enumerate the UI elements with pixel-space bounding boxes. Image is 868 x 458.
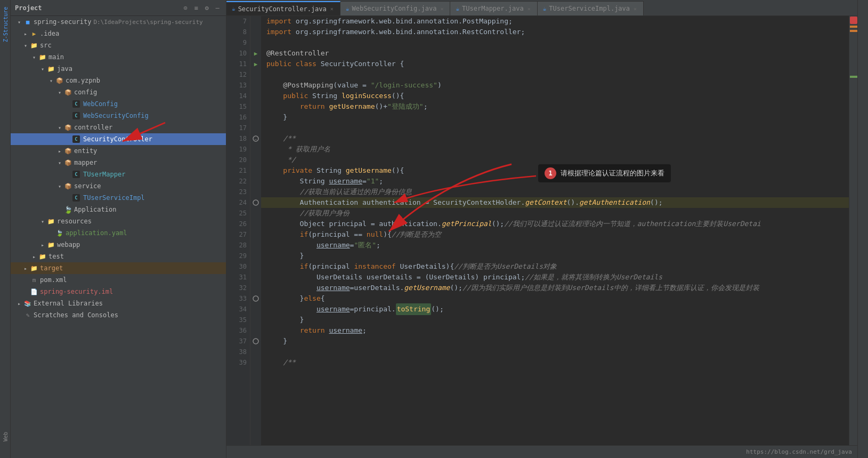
tree-item-src[interactable]: 📁 src [11, 39, 226, 51]
tree-item-com-yzpnb[interactable]: 📦 com.yzpnb [11, 75, 226, 86]
line-num-21: 21 [226, 165, 250, 176]
label-resources: resources [57, 218, 92, 225]
line-num-12: 12 [226, 69, 250, 80]
tab-close-websecurity-config[interactable]: ✕ [439, 5, 444, 12]
line-num-38: 38 [226, 347, 250, 357]
arrow-spring-security-iml [21, 287, 30, 296]
tree-item-tuser-service-impl[interactable]: C TUserServiceImpl [11, 192, 226, 204]
tree-item-pom-xml[interactable]: m pom.xml [11, 274, 226, 286]
java-icon-tuser-mapper: C [72, 171, 80, 178]
gutter-icon-19 [250, 144, 261, 155]
locate-icon[interactable]: ⊙ [181, 4, 190, 12]
tree-item-tuser-mapper[interactable]: C TUserMapper [11, 168, 226, 180]
code-line-19: * 获取用户名 [261, 144, 849, 155]
tree-item-application-yaml[interactable]: 🍃 application.yaml [11, 227, 226, 239]
tree-item-service[interactable]: 📦 service [11, 180, 226, 192]
arrow-webapp [38, 240, 47, 249]
tab-label-tuser-mapper: TUserMapper.java [462, 5, 524, 12]
tree-item-mapper[interactable]: 📦 mapper [11, 157, 226, 168]
tree-item-java[interactable]: 📁 java [11, 63, 226, 75]
label-entity: entity [74, 147, 97, 155]
sidebar-web-tab[interactable]: Web [1, 421, 10, 453]
tab-label-websecurity-config: WebSecurityConfig.java [352, 5, 436, 12]
tree-item-application[interactable]: 🍃 Application [11, 204, 226, 215]
tree-item-webapp[interactable]: 📁 webapp [11, 239, 226, 251]
gutter-icon-8 [250, 27, 261, 37]
gutter-icon-17 [250, 123, 261, 133]
line-num-11: 11 [226, 59, 250, 69]
tree-item-security-controller[interactable]: C SecurityController [11, 133, 226, 145]
code-line-16: } [261, 112, 849, 123]
line-num-15: 15 [226, 101, 250, 112]
line-num-32: 32 [226, 283, 250, 293]
label-com-yzpnb: com.yzpnb [66, 77, 100, 84]
tab-close-tuser-mapper[interactable]: ✕ [526, 5, 532, 12]
arrow-websecurity-config [64, 111, 72, 120]
code-line-10: @RestController [261, 48, 849, 59]
tree-item-main[interactable]: 📁 main [11, 51, 226, 63]
tree-item-spring-security-iml[interactable]: 📄 spring-security.iml [11, 286, 226, 298]
tree-item-test[interactable]: 📁 test [11, 251, 226, 262]
lib-icon-external-libraries: 📚 [23, 299, 32, 308]
gutter-run-10[interactable]: ▶ [250, 48, 261, 59]
right-scroll-gutter [849, 16, 857, 445]
tab-close-security-controller[interactable]: ✕ [329, 5, 335, 12]
code-line-36: return username; [261, 325, 849, 336]
line-num-9: 9 [226, 37, 250, 48]
code-line-28: username="匿名"; [261, 240, 849, 251]
code-content[interactable]: import org.springframework.web.bind.anno… [261, 16, 849, 445]
tree-item-idea[interactable]: ▶ .idea [11, 28, 226, 39]
line-num-7: 7 [226, 16, 250, 27]
gutter-icon-30 [250, 261, 261, 272]
tree-item-resources[interactable]: 📁 resources [11, 215, 226, 227]
arrow-pom-xml [21, 276, 30, 284]
label-webapp: webapp [57, 241, 80, 248]
gutter-icon-39 [250, 357, 261, 368]
arrow-config [55, 88, 64, 97]
tree-item-spring-security[interactable]: ■ spring-security D:\IdeaProjects\spring… [11, 16, 226, 28]
code-line-38 [261, 347, 849, 357]
folder-icon-main: 📁 [38, 53, 47, 61]
tab-close-tuser-service-impl[interactable]: ✕ [632, 5, 638, 12]
tree-item-external-libraries[interactable]: 📚 External Libraries [11, 298, 226, 309]
java-icon-security-controller: C [72, 135, 80, 143]
gear-icon[interactable]: ⚙ [202, 4, 211, 12]
gutter-icon-7 [250, 16, 261, 27]
tree-item-target[interactable]: 📁 target [11, 262, 226, 274]
line-numbers-gutter: 7 8 9 10 11 12 13 14 15 16 17 18 19 20 2… [226, 16, 250, 445]
line-num-37: 37 [226, 336, 250, 347]
tree-item-config[interactable]: 📦 config [11, 86, 226, 98]
scratches-icon: ✎ [23, 311, 32, 319]
tab-websecurity-config[interactable]: ☕ WebSecurityConfig.java ✕ [340, 1, 451, 15]
tab-tuser-service-impl[interactable]: ☕ TUserServiceImpl.java ✕ [538, 1, 644, 15]
line-num-26: 26 [226, 219, 250, 229]
tree-item-entity[interactable]: 📦 entity [11, 145, 226, 157]
package-icon-service: 📦 [64, 182, 72, 190]
arrow-service [55, 182, 64, 190]
gutter-icon-35 [250, 315, 261, 325]
minimize-icon[interactable]: — [213, 4, 222, 12]
label-mapper: mapper [74, 159, 97, 166]
gutter-icon-16 [250, 112, 261, 123]
collapse-icon[interactable]: ≡ [192, 4, 200, 12]
folder-icon-target: 📁 [30, 264, 38, 272]
iml-icon-spring-security-iml: 📄 [30, 287, 38, 296]
label-security-controller: SecurityController [83, 135, 152, 143]
tab-security-controller[interactable]: ☕ SecurityController.java ✕ [226, 1, 340, 15]
gutter-icon-12 [250, 69, 261, 80]
line-num-16: 16 [226, 112, 250, 123]
code-line-26: Object principal = authentication.getPri… [261, 219, 849, 229]
tree-item-scratches[interactable]: ✎ Scratches and Consoles [11, 309, 226, 321]
tree-item-websecurity-config[interactable]: C WebSecurityConfig [11, 110, 226, 122]
gutter-icon-34 [250, 304, 261, 315]
label-application: Application [74, 206, 116, 213]
tab-tuser-mapper[interactable]: ☕ TUserMapper.java ✕ [450, 1, 537, 15]
tree-item-web-config[interactable]: C WebConfig [11, 98, 226, 110]
sidebar-structure-tab[interactable]: Z-Structure [1, 3, 10, 46]
line-num-33: 33 [226, 293, 250, 304]
code-line-20: */ [261, 155, 849, 165]
path-spring-security: D:\IdeaProjects\spring-security [93, 19, 202, 26]
tree-item-controller[interactable]: 📦 controller [11, 122, 226, 133]
gutter-icon-18: − [250, 133, 261, 144]
gutter-run-11[interactable]: ▶ [250, 59, 261, 69]
